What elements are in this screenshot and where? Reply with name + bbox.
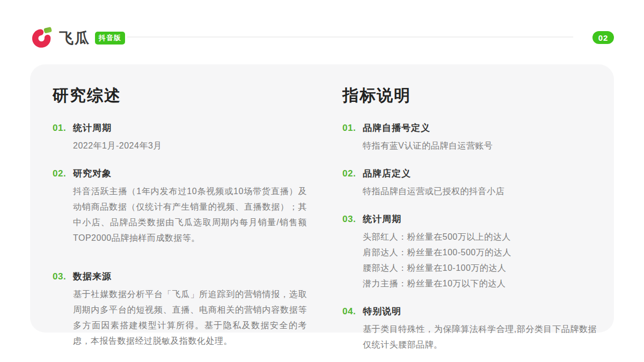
brand-name: 飞瓜 xyxy=(59,28,90,48)
list-item: 03. 统计周期 头部红人：粉丝量在500万以上的达人 肩部达人：粉丝量在100… xyxy=(342,213,597,291)
research-overview-section: 研究综述 01. 统计周期 2022年1月-2024年3月 02. 研究对象 抖… xyxy=(53,85,307,349)
item-body: 2022年1月-2024年3月 xyxy=(73,138,307,153)
item-heading: 品牌店定义 xyxy=(363,167,597,180)
item-number: 03. xyxy=(342,213,363,291)
item-heading: 特别说明 xyxy=(363,305,597,318)
list-item: 02. 品牌店定义 特指品牌自运营或已授权的抖音小店 xyxy=(342,167,597,199)
list-item: 01. 统计周期 2022年1月-2024年3月 xyxy=(53,122,307,153)
list-item: 04. 特别说明 基于类目特殊性，为保障算法科学合理,部分类目下品牌数据仅统计头… xyxy=(342,305,597,352)
item-heading: 数据来源 xyxy=(73,270,307,283)
list-item: 01. 品牌自播号定义 特指有蓝V认证的品牌自运营账号 xyxy=(342,122,597,153)
definition-line: 腰部达人：粉丝量在10-100万的达人 xyxy=(363,260,597,276)
item-number: 01. xyxy=(342,122,363,153)
item-number: 03. xyxy=(53,270,73,349)
indicator-description-section: 指标说明 01. 品牌自播号定义 特指有蓝V认证的品牌自运营账号 02. 品牌店… xyxy=(342,85,597,352)
list-item: 02. 研究对象 抖音活跃主播（1年内发布过10条视频或10场带货直播）及动销商… xyxy=(53,167,307,246)
header-divider xyxy=(127,36,573,38)
definition-line: 头部红人：粉丝量在500万以上的达人 xyxy=(363,229,597,245)
definition-line: 潜力主播：粉丝量在10万以下的达人 xyxy=(363,276,597,291)
item-body: 头部红人：粉丝量在500万以上的达人 肩部达人：粉丝量在100-500万的达人 … xyxy=(363,229,597,291)
item-body: 特指有蓝V认证的品牌自运营账号 xyxy=(363,138,597,153)
feigua-logo-icon xyxy=(30,27,54,49)
list-item: 03. 数据来源 基于社媒数据分析平台「飞瓜」所追踪到的营销情报，选取周期内多平… xyxy=(53,270,307,349)
item-body: 基于类目特殊性，为保障算法科学合理,部分类目下品牌数据仅统计头腰部品牌。 xyxy=(363,321,597,352)
content-card: 研究综述 01. 统计周期 2022年1月-2024年3月 02. 研究对象 抖… xyxy=(30,64,614,333)
section-title: 研究综述 xyxy=(53,85,307,107)
item-body: 抖音活跃主播（1年内发布过10条视频或10场带货直播）及动销商品数据（仅统计有产… xyxy=(73,183,307,246)
item-heading: 品牌自播号定义 xyxy=(363,122,597,135)
page-number-badge: 02 xyxy=(592,31,614,44)
app-logo: 飞瓜 抖音版 xyxy=(30,27,125,49)
definition-line: 肩部达人：粉丝量在100-500万的达人 xyxy=(363,245,597,260)
item-heading: 统计周期 xyxy=(73,122,307,135)
item-heading: 统计周期 xyxy=(363,213,597,226)
item-number: 02. xyxy=(53,167,73,246)
brand-edition-badge: 抖音版 xyxy=(95,32,125,45)
item-number: 04. xyxy=(342,305,363,352)
item-body: 特指品牌自运营或已授权的抖音小店 xyxy=(363,183,597,199)
item-number: 02. xyxy=(342,167,363,199)
item-body: 基于社媒数据分析平台「飞瓜」所追踪到的营销情报，选取周期内多平台的短视频、直播、… xyxy=(73,286,307,349)
section-title: 指标说明 xyxy=(342,85,597,107)
item-heading: 研究对象 xyxy=(73,167,307,180)
item-number: 01. xyxy=(53,122,73,153)
